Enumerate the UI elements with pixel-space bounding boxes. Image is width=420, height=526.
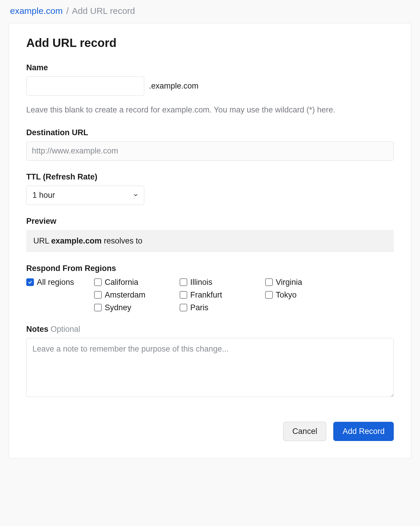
preview-domain: example.com [51, 236, 102, 245]
region-frankfurt[interactable]: Frankfurt [180, 290, 265, 300]
region-illinois[interactable]: Illinois [180, 277, 265, 287]
breadcrumb: example.com / Add URL record [9, 6, 411, 16]
region-label: Illinois [190, 278, 212, 287]
preview-prefix: URL [33, 236, 51, 245]
form-actions: Cancel Add Record [26, 422, 394, 441]
checkbox-icon [180, 291, 187, 299]
preview-box: URL example.com resolves to [26, 230, 394, 252]
breadcrumb-current: Add URL record [72, 6, 135, 16]
region-paris[interactable]: Paris [180, 303, 265, 313]
breadcrumb-domain-link[interactable]: example.com [10, 6, 63, 16]
region-tokyo[interactable]: Tokyo [265, 290, 351, 300]
region-amsterdam[interactable]: Amsterdam [94, 290, 180, 300]
region-label: California [105, 278, 138, 287]
region-label: Paris [190, 303, 209, 312]
page-title: Add URL record [26, 36, 394, 50]
checkbox-icon [94, 278, 102, 286]
region-all-regions[interactable]: All regions [26, 277, 94, 287]
name-suffix: .example.com [149, 81, 198, 91]
region-sydney[interactable]: Sydney [94, 303, 180, 313]
preview-label: Preview [26, 217, 394, 226]
region-virginia[interactable]: Virginia [265, 277, 351, 287]
region-label: Sydney [105, 303, 131, 312]
region-label: Amsterdam [105, 290, 145, 300]
checkbox-icon [265, 291, 273, 299]
checkbox-icon [180, 304, 187, 311]
checkbox-icon [26, 278, 34, 286]
checkbox-icon [180, 278, 187, 286]
cancel-button[interactable]: Cancel [283, 422, 326, 441]
breadcrumb-separator: / [65, 6, 70, 16]
checkbox-icon [265, 278, 273, 286]
notes-label-text: Notes [26, 325, 48, 334]
notes-textarea[interactable] [26, 338, 394, 397]
destination-url-input[interactable] [26, 141, 394, 161]
ttl-label: TTL (Refresh Rate) [26, 172, 394, 182]
regions-grid: All regions California Illinois Virginia [26, 277, 394, 313]
notes-optional-text: Optional [48, 325, 80, 334]
preview-suffix: resolves to [102, 236, 142, 245]
add-record-button[interactable]: Add Record [333, 422, 394, 441]
form-card: Add URL record Name .example.com Leave t… [9, 23, 411, 458]
name-label: Name [26, 63, 394, 72]
ttl-select[interactable]: 1 hour [26, 186, 144, 205]
checkbox-icon [94, 304, 102, 311]
region-label: All regions [37, 278, 74, 287]
name-help-text: Leave this blank to create a record for … [26, 104, 394, 116]
region-label: Tokyo [276, 290, 297, 300]
region-label: Frankfurt [190, 290, 222, 300]
checkbox-icon [94, 291, 102, 299]
regions-label: Respond From Regions [26, 264, 394, 273]
destination-url-label: Destination URL [26, 128, 394, 137]
name-input[interactable] [26, 76, 144, 96]
region-california[interactable]: California [94, 277, 180, 287]
notes-label: Notes Optional [26, 325, 394, 334]
region-label: Virginia [276, 278, 302, 287]
